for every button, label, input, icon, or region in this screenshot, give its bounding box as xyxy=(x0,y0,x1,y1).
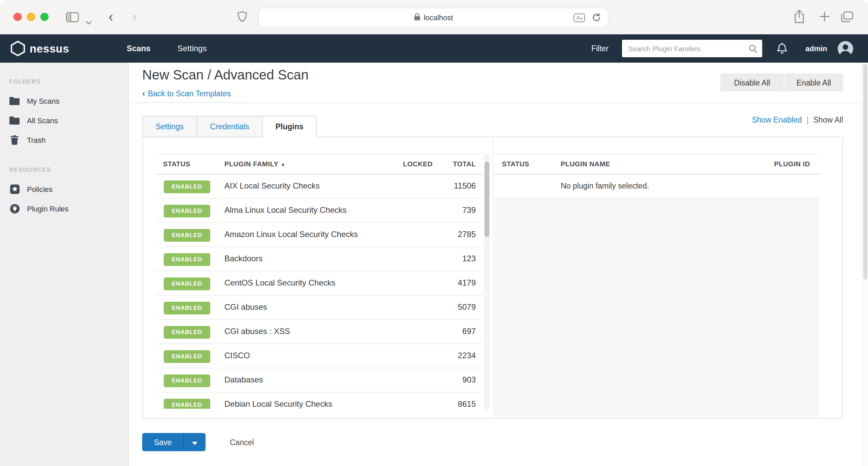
plugins-detail-table: STATUS PLUGIN NAME PLUGIN ID No plugin f… xyxy=(494,154,819,418)
plugin-family-name: CentOS Local Security Checks xyxy=(224,271,336,295)
trash-icon xyxy=(9,135,20,144)
plugin-family-name: Backdoors xyxy=(224,247,262,271)
sidebar-item-trash[interactable]: Trash xyxy=(0,130,128,149)
plugin-family-row[interactable]: ENABLEDAlma Linux Local Security Checks7… xyxy=(156,199,483,223)
sidebar-section-title: RESOURCES xyxy=(0,166,128,174)
nessus-logo-icon[interactable] xyxy=(10,40,26,59)
sidebar-item-label: Policies xyxy=(27,185,53,193)
brand-name[interactable]: nessus xyxy=(30,34,69,63)
user-avatar[interactable] xyxy=(838,41,853,56)
sidebar-section-resources: RESOURCESPoliciesPlugin Rules xyxy=(0,166,128,218)
folder-icon xyxy=(9,97,20,105)
plugin-families-header: STATUS PLUGIN FAMILY ▲ LOCKED TOTAL xyxy=(156,154,483,174)
back-to-templates-link[interactable]: ‹Back to Scan Templates xyxy=(142,88,231,98)
status-badge: ENABLED xyxy=(164,350,210,363)
link-separator: | xyxy=(807,116,809,124)
plugin-family-total: 2234 xyxy=(458,344,476,368)
chevron-down-icon[interactable] xyxy=(86,15,92,28)
search-icon[interactable] xyxy=(749,44,757,56)
disable-all-button[interactable]: Disable All xyxy=(720,73,784,92)
column-total[interactable]: TOTAL xyxy=(453,154,476,174)
filter-label[interactable]: Filter xyxy=(591,34,609,63)
column-plugin-id[interactable]: PLUGIN ID xyxy=(774,154,810,174)
sidebar-item-policies[interactable]: Policies xyxy=(0,179,128,199)
header-divider xyxy=(129,102,868,103)
nav-item-scans[interactable]: Scans xyxy=(127,44,151,53)
plugin-family-name: Databases xyxy=(224,368,263,392)
plugin-family-row[interactable]: ENABLEDCGI abuses : XSS697 xyxy=(156,320,483,344)
status-badge: ENABLED xyxy=(164,326,210,338)
status-badge: ENABLED xyxy=(164,204,210,217)
plugin-family-total: 5079 xyxy=(458,296,476,319)
plugin-family-name: Alma Linux Local Security Checks xyxy=(224,199,347,222)
sort-asc-icon: ▲ xyxy=(281,162,285,166)
minimize-window-button[interactable] xyxy=(27,13,35,21)
sidebar-item-label: Plugin Rules xyxy=(27,204,69,212)
zoom-window-button[interactable] xyxy=(40,13,49,21)
tab-overview-icon[interactable] xyxy=(841,11,853,25)
current-user-name[interactable]: admin xyxy=(805,34,827,63)
back-navigation-icon[interactable]: ‹ xyxy=(108,9,113,24)
enable-all-button[interactable]: Enable All xyxy=(784,73,843,92)
status-badge: ENABLED xyxy=(164,180,210,193)
plugin-family-row[interactable]: ENABLEDDatabases903 xyxy=(156,368,483,393)
plugin-family-total: 697 xyxy=(462,320,476,343)
sidebar-section-folders: FOLDERSMy ScansAll ScansTrash xyxy=(0,77,128,149)
plugins-panel: STATUS PLUGIN FAMILY ▲ LOCKED TOTAL ENAB… xyxy=(142,137,843,419)
empty-table-area xyxy=(494,199,819,418)
main-content: New Scan / Advanced Scan ‹Back to Scan T… xyxy=(129,63,868,466)
plugin-family-row[interactable]: ENABLEDBackdoors123 xyxy=(156,247,483,271)
nav-item-settings[interactable]: Settings xyxy=(178,44,207,53)
panel-divider xyxy=(493,137,493,418)
close-window-button[interactable] xyxy=(13,13,22,21)
save-button[interactable]: Save xyxy=(142,433,183,451)
new-tab-icon[interactable] xyxy=(819,11,830,24)
notifications-bell-icon[interactable] xyxy=(776,42,788,58)
search-input[interactable] xyxy=(622,40,748,57)
show-all-link[interactable]: Show All xyxy=(813,116,843,124)
plugin-family-row[interactable]: ENABLEDAIX Local Security Checks11506 xyxy=(156,174,483,199)
translate-icon[interactable]: A xyxy=(574,13,585,25)
tab-settings[interactable]: Settings xyxy=(142,116,197,137)
table-scrollbar[interactable] xyxy=(484,154,490,409)
empty-state-message: No plugin family selected. xyxy=(561,174,649,198)
lock-icon xyxy=(414,11,421,24)
empty-state-row: No plugin family selected. xyxy=(494,174,819,199)
sidebar-item-plugin-rules[interactable]: Plugin Rules xyxy=(0,199,128,218)
address-bar[interactable]: localhost A xyxy=(259,8,608,27)
sidebar-section-title: FOLDERS xyxy=(0,77,128,86)
column-status[interactable]: STATUS xyxy=(502,154,529,174)
plugin-family-total: 2785 xyxy=(458,223,476,246)
forward-navigation-icon[interactable]: › xyxy=(132,9,137,24)
plugin-family-row[interactable]: ENABLEDDebian Local Security Checks8615 xyxy=(156,393,483,409)
page-scrollbar[interactable] xyxy=(862,63,868,466)
cancel-button[interactable]: Cancel xyxy=(222,433,261,451)
tab-plugins[interactable]: Plugins xyxy=(262,116,317,137)
sidebar-item-all-scans[interactable]: All Scans xyxy=(0,110,128,130)
plugin-family-row[interactable]: ENABLEDCentOS Local Security Checks4179 xyxy=(156,271,483,296)
plugin-family-row[interactable]: ENABLEDCISCO2234 xyxy=(156,344,483,368)
plugin-family-name: Amazon Linux Local Security Checks xyxy=(224,223,358,246)
privacy-shield-icon[interactable] xyxy=(237,11,247,26)
status-badge: ENABLED xyxy=(164,229,210,241)
save-dropdown-button[interactable] xyxy=(183,433,206,451)
plugin-family-row[interactable]: ENABLEDAmazon Linux Local Security Check… xyxy=(156,223,483,247)
column-locked[interactable]: LOCKED xyxy=(403,154,433,174)
plugin-family-row[interactable]: ENABLEDCGI abuses5079 xyxy=(156,296,483,320)
page-scrollbar-thumb[interactable] xyxy=(863,64,867,279)
tab-credentials[interactable]: Credentials xyxy=(196,116,262,137)
column-plugin-name[interactable]: PLUGIN NAME xyxy=(561,154,610,174)
sidebar: FOLDERSMy ScansAll ScansTrashRESOURCESPo… xyxy=(0,63,129,466)
column-status[interactable]: STATUS xyxy=(163,154,190,174)
share-icon[interactable] xyxy=(794,9,805,26)
plugin-family-total: 739 xyxy=(462,199,476,222)
column-plugin-family[interactable]: PLUGIN FAMILY ▲ xyxy=(224,154,285,174)
plugin-family-name: CISCO xyxy=(224,344,250,368)
scrollbar-thumb[interactable] xyxy=(485,162,489,237)
plugin-family-name: CGI abuses xyxy=(224,296,267,319)
sidebar-toggle-icon[interactable] xyxy=(66,12,79,25)
show-enabled-link[interactable]: Show Enabled xyxy=(752,116,802,124)
reload-icon[interactable] xyxy=(592,13,601,25)
sidebar-item-my-scans[interactable]: My Scans xyxy=(0,91,128,110)
plugin-families-rows: ENABLEDAIX Local Security Checks11506ENA… xyxy=(156,174,483,409)
